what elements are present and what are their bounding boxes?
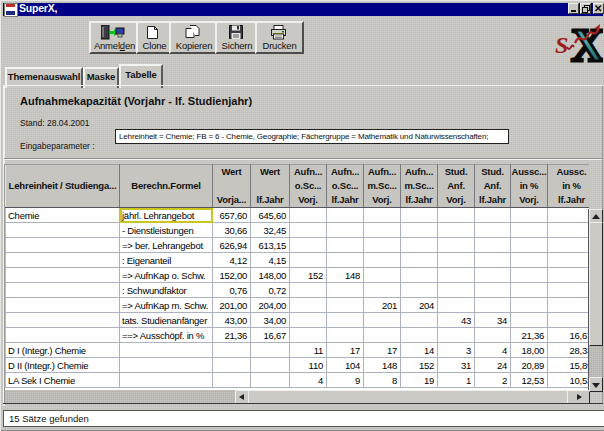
svg-text:S: S	[555, 32, 568, 58]
